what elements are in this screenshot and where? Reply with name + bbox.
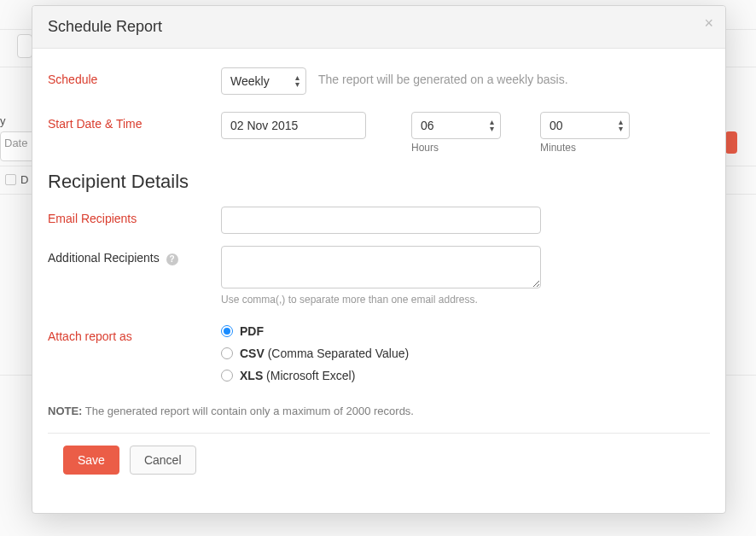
- additional-recipients-textarea[interactable]: [221, 246, 541, 288]
- start-date-time-label: Start Date & Time: [48, 112, 221, 131]
- additional-recipients-hint: Use comma(,) to separate more than one e…: [221, 294, 478, 306]
- bg-checkbox: [5, 174, 16, 185]
- radio-pdf[interactable]: [221, 325, 233, 337]
- email-recipients-label: Email Recipients: [48, 207, 221, 225]
- help-icon[interactable]: ?: [166, 253, 178, 265]
- note-text: NOTE: The generated report will contain …: [48, 405, 710, 417]
- close-icon[interactable]: ×: [704, 15, 713, 32]
- radio-csv-label: CSV (Comma Separated Value): [240, 347, 409, 360]
- bg-date-field: Date: [0, 131, 36, 161]
- radio-csv[interactable]: [221, 347, 233, 359]
- modal-header: Schedule Report ×: [32, 6, 725, 49]
- email-recipients-input[interactable]: [221, 207, 541, 234]
- schedule-label: Schedule: [48, 67, 221, 86]
- attach-report-as-label: Attach report as: [48, 324, 221, 343]
- minutes-select[interactable]: 00: [540, 112, 630, 139]
- schedule-select[interactable]: Weekly: [221, 67, 306, 95]
- hours-sublabel: Hours: [411, 142, 501, 154]
- modal-title: Schedule Report: [48, 18, 710, 36]
- bg-button: [17, 34, 32, 58]
- recipient-details-heading: Recipient Details: [48, 171, 710, 193]
- attach-option-xls[interactable]: XLS (Microsoft Excel): [221, 369, 355, 382]
- attach-option-csv[interactable]: CSV (Comma Separated Value): [221, 347, 409, 360]
- hours-select[interactable]: 06: [411, 112, 501, 139]
- radio-xls[interactable]: [221, 370, 233, 382]
- schedule-hint: The report will be generated on a weekly…: [318, 67, 568, 86]
- start-date-input[interactable]: [221, 112, 366, 139]
- attach-option-pdf[interactable]: PDF: [221, 324, 264, 338]
- schedule-report-modal: Schedule Report × Schedule Weekly The re…: [32, 5, 726, 514]
- radio-xls-label: XLS (Microsoft Excel): [240, 369, 355, 382]
- additional-recipients-label: Additional Recipients ?: [48, 246, 221, 265]
- save-button[interactable]: Save: [63, 446, 119, 475]
- cancel-button[interactable]: Cancel: [130, 446, 196, 475]
- bg-red-button: [725, 131, 737, 154]
- modal-footer: Save Cancel: [48, 433, 710, 475]
- modal-body: Schedule Weekly The report will be gener…: [32, 49, 725, 513]
- radio-pdf-label: PDF: [240, 324, 264, 338]
- minutes-sublabel: Minutes: [540, 142, 630, 154]
